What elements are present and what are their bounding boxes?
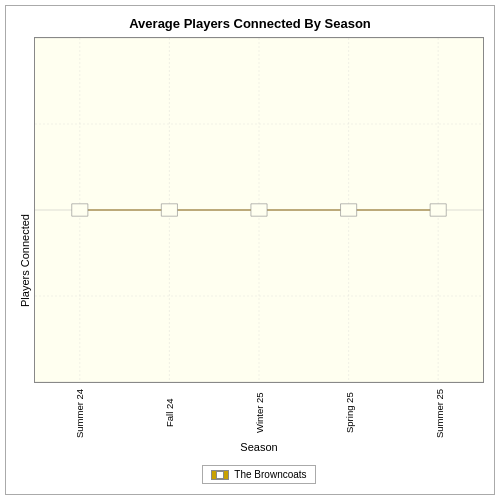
x-axis-labels: Summer 24 Fall 24 Winter 25 Spring 25 Su… <box>34 387 484 439</box>
grid-svg <box>35 38 483 382</box>
svg-rect-15 <box>430 204 446 216</box>
chart-area-wrap: 1.0 0.5 0.0 -0.5 -1.0 Summer 24 Fall 24 … <box>34 37 484 484</box>
svg-rect-13 <box>251 204 267 216</box>
svg-rect-14 <box>341 204 357 216</box>
x-label-spring25: Spring 25 <box>344 387 355 439</box>
svg-rect-11 <box>72 204 88 216</box>
legend: The Browncoats <box>202 465 315 484</box>
x-label-summer24: Summer 24 <box>74 387 85 439</box>
chart-plot-area: 1.0 0.5 0.0 -0.5 -1.0 <box>34 37 484 383</box>
x-axis-title: Season <box>34 441 484 453</box>
chart-container: Average Players Connected By Season Play… <box>5 5 495 495</box>
chart-body: Players Connected <box>16 37 484 484</box>
svg-rect-12 <box>161 204 177 216</box>
legend-label: The Browncoats <box>234 469 306 480</box>
legend-swatch <box>211 470 229 480</box>
x-label-winter25: Winter 25 <box>254 387 265 439</box>
y-axis-label: Players Connected <box>16 37 34 484</box>
x-label-summer25: Summer 25 <box>434 387 445 439</box>
chart-title: Average Players Connected By Season <box>129 16 371 31</box>
x-label-fall24: Fall 24 <box>164 387 175 439</box>
